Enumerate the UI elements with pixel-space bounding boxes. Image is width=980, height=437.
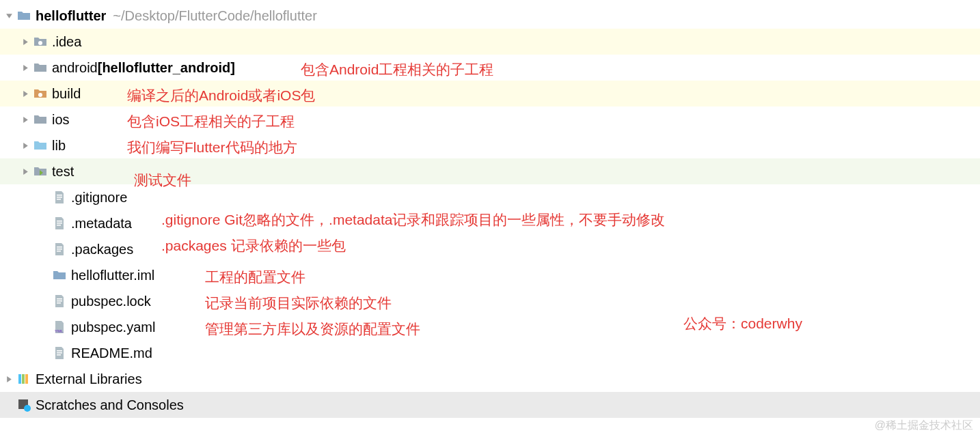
expand-arrow-icon[interactable] [19, 142, 31, 150]
annotation: 包含iOS工程相关的子工程 [127, 112, 295, 131]
tree-item-label: pubspec.lock [71, 294, 151, 309]
tree-item-label: test [52, 164, 74, 180]
tree-item-label: build [52, 86, 81, 102]
svg-rect-19 [22, 374, 25, 384]
project-tree: helloflutter ~/Desktop/FlutterCode/hello… [0, 0, 980, 418]
svg-rect-4 [57, 199, 61, 200]
svg-rect-8 [57, 246, 62, 248]
svg-rect-18 [18, 374, 21, 384]
annotation: .gitignore Git忽略的文件，.metadata记录和跟踪项目的一些属… [161, 210, 665, 229]
tree-item-label: helloflutter.iml [71, 268, 154, 283]
file-icon [52, 216, 67, 231]
annotation: .packages 记录依赖的一些包 [161, 236, 346, 255]
tree-item[interactable]: lib我们编写Flutter代码的地方 [0, 132, 980, 158]
svg-rect-5 [57, 221, 62, 222]
file-icon [52, 242, 67, 257]
tree-item[interactable]: helloflutter.iml工程的配置文件 [0, 262, 980, 288]
tree-root-row[interactable]: helloflutter ~/Desktop/FlutterCode/hello… [0, 3, 980, 29]
svg-rect-9 [57, 249, 62, 250]
tree-item[interactable]: .idea [0, 29, 980, 55]
svg-point-1 [38, 93, 42, 97]
tree-item[interactable]: .metadata.gitignore Git忽略的文件，.metadata记录… [0, 210, 980, 236]
svg-rect-11 [57, 298, 62, 300]
scratches-icon [16, 397, 31, 412]
external-libraries-label: External Libraries [36, 371, 142, 387]
svg-rect-16 [57, 352, 62, 354]
tree-item-label: android [52, 60, 98, 76]
folder-icon [33, 60, 48, 75]
libraries-icon [16, 371, 31, 386]
tree-item[interactable]: pubspec.lock记录当前项目实际依赖的文件 [0, 288, 980, 314]
scratches-label: Scratches and Consoles [36, 397, 184, 413]
tree-item-label: pubspec.yaml [71, 320, 155, 335]
svg-rect-13 [57, 302, 61, 304]
annotation: 管理第三方库以及资源的配置文件 [205, 320, 420, 339]
svg-rect-17 [57, 354, 61, 356]
tree-item[interactable]: .packages.packages 记录依赖的一些包 [0, 236, 980, 262]
svg-point-0 [38, 41, 42, 45]
svg-rect-6 [57, 223, 62, 224]
annotation: 编译之后的Android或者iOS包 [127, 86, 315, 105]
annotation: 我们编写Flutter代码的地方 [127, 138, 297, 157]
file-icon [52, 190, 67, 205]
svg-rect-10 [57, 251, 61, 252]
svg-rect-2 [57, 195, 62, 196]
tree-item-label: .gitignore [71, 190, 127, 206]
svg-rect-7 [57, 225, 61, 226]
tree-item-suffix: [helloflutter_android] [98, 60, 235, 76]
tree-item[interactable]: android [helloflutter_android]包含Android工… [0, 55, 980, 81]
tree-item[interactable]: build编译之后的Android或者iOS包 [0, 81, 980, 107]
scratches-row[interactable]: Scratches and Consoles [0, 392, 980, 418]
svg-text:YML: YML [55, 329, 64, 333]
tree-item-label: README.md [71, 346, 152, 361]
external-libraries-row[interactable]: External Libraries [0, 366, 980, 392]
folder-plain-icon [33, 138, 48, 153]
tree-item-label: .packages [71, 242, 133, 257]
folder-icon [16, 8, 31, 23]
file-icon [52, 346, 67, 361]
annotation: 包含Android工程相关的子工程 [301, 60, 493, 79]
tree-item[interactable]: .gitignore [0, 184, 980, 210]
project-path: ~/Desktop/FlutterCode/helloflutter [113, 8, 317, 24]
folder-dot-icon [33, 112, 48, 127]
svg-rect-15 [57, 350, 62, 352]
tree-item[interactable]: YMLpubspec.yaml管理第三方库以及资源的配置文件 [0, 314, 980, 340]
expand-arrow-icon[interactable] [19, 64, 31, 72]
expand-arrow-icon[interactable] [19, 116, 31, 124]
tree-item[interactable]: test测试文件 [0, 158, 980, 184]
folder-special-icon [33, 34, 48, 49]
expand-arrow-icon[interactable] [19, 90, 31, 98]
tree-item-label: .metadata [71, 216, 132, 231]
expand-arrow-icon[interactable] [19, 168, 31, 175]
file-yaml-icon: YML [52, 320, 67, 335]
tree-item-label: ios [52, 112, 70, 128]
svg-rect-3 [57, 197, 62, 198]
file-icon [52, 294, 67, 309]
file-iml-icon [52, 268, 67, 283]
annotation: 工程的配置文件 [205, 268, 305, 287]
project-name: helloflutter [36, 8, 106, 24]
expand-arrow-icon[interactable] [3, 12, 15, 20]
watermark: @稀土掘金技术社区 [875, 419, 973, 433]
svg-rect-12 [57, 300, 62, 302]
tree-item[interactable]: README.md [0, 340, 980, 366]
tree-item-label: .idea [52, 34, 81, 50]
annotation: 记录当前项目实际依赖的文件 [205, 294, 392, 313]
expand-arrow-icon[interactable] [19, 38, 31, 46]
author-signature: 公众号：coderwhy [683, 314, 802, 333]
tree-item-label: lib [52, 138, 66, 154]
expand-arrow-icon[interactable] [3, 376, 15, 383]
tree-item[interactable]: ios包含iOS工程相关的子工程 [0, 107, 980, 132]
folder-test-icon [33, 164, 48, 179]
svg-rect-20 [25, 374, 28, 384]
folder-build-icon [33, 86, 48, 101]
svg-point-22 [24, 405, 31, 412]
